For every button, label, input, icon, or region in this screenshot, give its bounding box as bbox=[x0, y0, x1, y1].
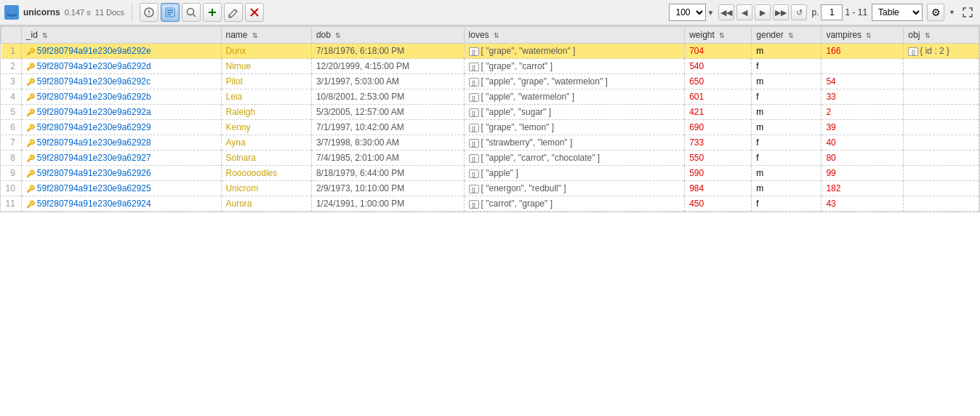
svg-rect-6 bbox=[167, 12, 173, 13]
table-row[interactable]: 8🔑59f280794a91e230e9a62927Solnara7/4/198… bbox=[1, 151, 979, 166]
array-icon[interactable]: [] bbox=[469, 108, 479, 117]
nav-first-button[interactable]: ◀◀ bbox=[718, 4, 734, 20]
row-loves[interactable]: [][ "apple" ] bbox=[464, 166, 685, 181]
col-name[interactable]: name ⇅ bbox=[221, 27, 311, 44]
table-row[interactable]: 7🔑59f280794a91e230e9a62928Ayna3/7/1998, … bbox=[1, 135, 979, 151]
row-id[interactable]: 🔑59f280794a91e230e9a6292c bbox=[21, 74, 221, 89]
delete-button[interactable] bbox=[245, 3, 264, 22]
row-gender: m bbox=[752, 166, 822, 181]
add-button[interactable] bbox=[203, 3, 222, 22]
row-gender: m bbox=[752, 105, 822, 120]
array-icon[interactable]: [] bbox=[469, 78, 479, 87]
row-obj bbox=[904, 196, 979, 212]
col-gender[interactable]: gender ⇅ bbox=[752, 27, 822, 44]
row-id[interactable]: 🔑59f280794a91e230e9a6292d bbox=[21, 59, 221, 74]
loves-value: [ "apple", "grape", "watermelon" ] bbox=[481, 76, 608, 87]
row-weight: 540 bbox=[685, 59, 752, 74]
row-loves[interactable]: [][ "apple", "sugar" ] bbox=[464, 105, 685, 120]
sort-weight-icon: ⇅ bbox=[719, 32, 725, 39]
row-id[interactable]: 🔑59f280794a91e230e9a6292a bbox=[21, 105, 221, 120]
table-row[interactable]: 3🔑59f280794a91e230e9a6292cPilot3/1/1997,… bbox=[1, 74, 979, 89]
gear-button[interactable]: ⚙ bbox=[927, 4, 944, 21]
array-icon[interactable]: [] bbox=[469, 185, 479, 193]
col-loves[interactable]: loves ⇅ bbox=[464, 27, 685, 44]
row-id[interactable]: 🔑59f280794a91e230e9a62926 bbox=[21, 166, 221, 181]
col-vampires[interactable]: vampires ⇅ bbox=[822, 27, 904, 44]
row-loves[interactable]: [][ "grape", "carrot" ] bbox=[464, 59, 685, 74]
row-name: Ayna bbox=[221, 135, 311, 151]
loves-value: [ "grape", "watermelon" ] bbox=[481, 46, 576, 56]
col-id[interactable]: _id ⇅ bbox=[21, 27, 221, 44]
row-vampires: 33 bbox=[822, 89, 904, 105]
row-id[interactable]: 🔑59f280794a91e230e9a6292b bbox=[21, 89, 221, 105]
row-obj bbox=[904, 74, 979, 89]
nav-refresh-button[interactable]: ↺ bbox=[791, 4, 807, 20]
array-icon[interactable]: [] bbox=[469, 93, 479, 102]
row-number: 6 bbox=[1, 120, 22, 135]
row-obj bbox=[904, 89, 979, 105]
key-icon: 🔑 bbox=[26, 63, 35, 71]
row-id[interactable]: 🔑59f280794a91e230e9a62924 bbox=[21, 196, 221, 212]
sort-vampires-icon: ⇅ bbox=[866, 32, 872, 39]
table-row[interactable]: 5🔑59f280794a91e230e9a6292aRaleigh5/3/200… bbox=[1, 105, 979, 120]
row-loves[interactable]: [][ "grape", "lemon" ] bbox=[464, 120, 685, 135]
row-weight: 704 bbox=[685, 44, 752, 59]
row-id[interactable]: 🔑59f280794a91e230e9a62928 bbox=[21, 135, 221, 151]
col-dob[interactable]: dob ⇅ bbox=[311, 27, 464, 44]
row-id[interactable]: 🔑59f280794a91e230e9a62927 bbox=[21, 151, 221, 166]
table-row[interactable]: 2🔑59f280794a91e230e9a6292dNimue12/20/199… bbox=[1, 59, 979, 74]
svg-point-3 bbox=[148, 14, 150, 15]
db-name-label: unicorns bbox=[23, 7, 60, 17]
row-id[interactable]: 🔑59f280794a91e230e9a62929 bbox=[21, 120, 221, 135]
table-row[interactable]: 4🔑59f280794a91e230e9a6292bLeia10/8/2001,… bbox=[1, 89, 979, 105]
page-input[interactable] bbox=[821, 4, 843, 20]
table-row[interactable]: 6🔑59f280794a91e230e9a62929Kenny7/1/1997,… bbox=[1, 120, 979, 135]
page-size-select[interactable]: 10 25 50 100 250 bbox=[669, 4, 706, 21]
expand-button[interactable] bbox=[960, 4, 976, 20]
row-number: 3 bbox=[1, 74, 22, 89]
svg-point-0 bbox=[7, 8, 17, 12]
array-icon[interactable]: [] bbox=[469, 47, 479, 56]
view-select[interactable]: Table JSON CSV bbox=[872, 4, 923, 21]
query-button[interactable] bbox=[140, 3, 158, 22]
row-loves[interactable]: [][ "strawberry", "lemon" ] bbox=[464, 135, 685, 151]
row-id[interactable]: 🔑59f280794a91e230e9a6292e bbox=[21, 44, 221, 59]
row-obj bbox=[904, 151, 979, 166]
table-row[interactable]: 11🔑59f280794a91e230e9a62924Aurora1/24/19… bbox=[1, 196, 979, 212]
row-loves[interactable]: [][ "energon", "redbull" ] bbox=[464, 181, 685, 196]
array-icon[interactable]: [] bbox=[469, 139, 479, 148]
table-row[interactable]: 10🔑59f280794a91e230e9a62925Unicrom2/9/19… bbox=[1, 181, 979, 196]
array-icon[interactable]: [] bbox=[469, 154, 479, 163]
id-value: 59f280794a91e230e9a62924 bbox=[37, 199, 151, 209]
search-button[interactable] bbox=[182, 3, 201, 22]
db-docs-label: 11 Docs bbox=[95, 8, 124, 17]
array-icon[interactable]: [] bbox=[469, 124, 479, 132]
edit-button[interactable] bbox=[224, 3, 243, 22]
row-loves[interactable]: [][ "apple", "grape", "watermelon" ] bbox=[464, 74, 685, 89]
row-dob: 7/4/1985, 2:01:00 AM bbox=[311, 151, 464, 166]
col-weight[interactable]: weight ⇅ bbox=[685, 27, 752, 44]
row-obj bbox=[904, 120, 979, 135]
svg-line-12 bbox=[235, 9, 237, 12]
table-row[interactable]: 1🔑59f280794a91e230e9a6292eDunx7/18/1976,… bbox=[1, 44, 979, 59]
row-loves[interactable]: [][ "apple", "watermelon" ] bbox=[464, 89, 685, 105]
row-obj[interactable]: {}{ id : 2 } bbox=[904, 44, 979, 59]
key-icon: 🔑 bbox=[26, 93, 35, 101]
col-obj[interactable]: obj ⇅ bbox=[904, 27, 979, 44]
nav-prev-button[interactable]: ◀ bbox=[736, 4, 752, 20]
row-loves[interactable]: [][ "carrot", "grape" ] bbox=[464, 196, 685, 212]
obj-icon[interactable]: {} bbox=[908, 47, 918, 56]
row-id[interactable]: 🔑59f280794a91e230e9a62925 bbox=[21, 181, 221, 196]
array-icon[interactable]: [] bbox=[469, 169, 479, 178]
array-icon[interactable]: [] bbox=[469, 63, 479, 71]
svg-rect-5 bbox=[167, 9, 173, 11]
array-icon[interactable]: [] bbox=[469, 200, 479, 209]
nav-next-button[interactable]: ▶ bbox=[755, 4, 771, 20]
row-name: Unicrom bbox=[221, 181, 311, 196]
row-obj bbox=[904, 135, 979, 151]
nav-last-button[interactable]: ▶▶ bbox=[773, 4, 789, 20]
insert-button[interactable] bbox=[161, 3, 180, 22]
row-loves[interactable]: [][ "apple", "carrot", "chocolate" ] bbox=[464, 151, 685, 166]
row-loves[interactable]: [][ "grape", "watermelon" ] bbox=[464, 44, 685, 59]
table-row[interactable]: 9🔑59f280794a91e230e9a62926Roooooodles8/1… bbox=[1, 166, 979, 181]
